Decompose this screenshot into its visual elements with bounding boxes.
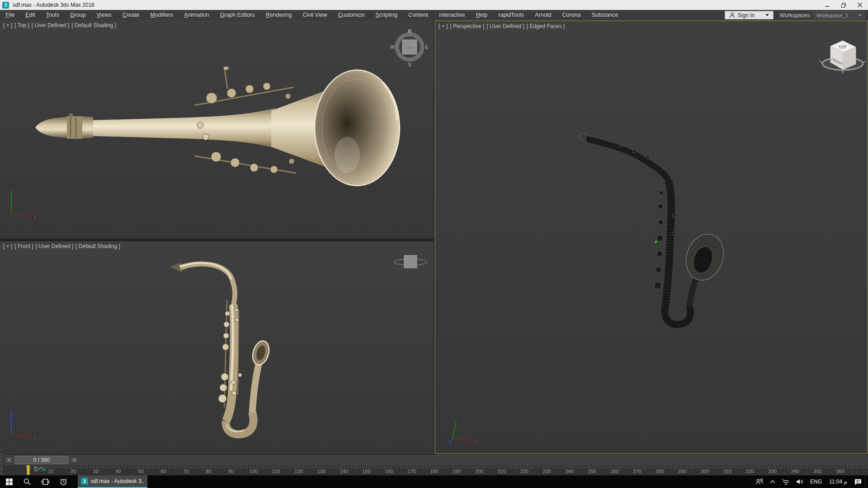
time-slider-handle[interactable] bbox=[27, 465, 30, 475]
network-button[interactable]: * bbox=[778, 475, 793, 488]
windows-taskbar: 3 sdf.max - Autodesk 3... bbox=[0, 475, 868, 488]
viewcube[interactable] bbox=[392, 249, 429, 273]
ruler-label: 290 bbox=[678, 469, 686, 474]
restore-button[interactable] bbox=[835, 0, 852, 10]
sign-in-button[interactable]: Sign In bbox=[725, 11, 774, 19]
ruler-label: 10 bbox=[48, 469, 53, 474]
ruler-label: 240 bbox=[565, 469, 573, 474]
alarms-clock-button[interactable] bbox=[54, 475, 72, 488]
viewport-menu-camera[interactable]: [ User Defined ] bbox=[36, 243, 73, 249]
ruler-label: 300 bbox=[701, 469, 709, 474]
viewcube-top-face[interactable]: TOP bbox=[406, 46, 413, 49]
search-button[interactable] bbox=[18, 475, 36, 488]
clock-indicator[interactable]: 11:04 م bbox=[825, 475, 851, 488]
menu-bar: FileEditToolsGroupViewsCreateModifiersAn… bbox=[0, 10, 868, 20]
viewport-menu-general[interactable]: [ + ] bbox=[3, 22, 12, 28]
taskbar-app-label: sdf.max - Autodesk 3... bbox=[91, 478, 144, 484]
viewport-menu-shading[interactable]: [ Default Shading ] bbox=[75, 243, 120, 249]
language-indicator[interactable]: ENG bbox=[807, 475, 825, 488]
ruler-label: 100 bbox=[250, 469, 258, 474]
viewport-menu-general[interactable]: [ + ] bbox=[439, 23, 448, 29]
taskbar-app-3dsmax[interactable]: 3 sdf.max - Autodesk 3... bbox=[78, 475, 147, 488]
menu-item-help[interactable]: Help bbox=[471, 10, 493, 20]
viewport-front[interactable]: [ + ] [ Front ] [ User Defined ] [ Defau… bbox=[0, 241, 434, 454]
saxophone-model-top-view bbox=[0, 20, 434, 239]
start-button[interactable] bbox=[0, 475, 18, 488]
workspace-value: Workspace_1 bbox=[816, 13, 848, 18]
menu-item-graph-editors[interactable]: Graph Editors bbox=[215, 10, 260, 20]
app-icon: 3 bbox=[2, 2, 9, 9]
viewcube[interactable]: TOP FRONT bbox=[817, 28, 868, 78]
frame-counter[interactable]: 0 / 360 bbox=[14, 456, 69, 464]
menu-item-file[interactable]: File bbox=[0, 10, 20, 20]
menu-item-civil-view[interactable]: Civil View bbox=[297, 10, 332, 20]
menu-item-tools[interactable]: Tools bbox=[41, 10, 65, 20]
menu-item-animation[interactable]: Animation bbox=[179, 10, 215, 20]
show-desktop-button[interactable] bbox=[865, 475, 868, 488]
menu-item-rendering[interactable]: Rendering bbox=[260, 10, 297, 20]
viewport-menu-pov[interactable]: [ Perspective ] bbox=[450, 23, 484, 29]
viewcube[interactable]: N S W E TOP bbox=[389, 26, 430, 68]
saxophone-model-wireframe bbox=[435, 21, 867, 453]
menu-item-rapidtools[interactable]: rapidTools bbox=[493, 10, 529, 20]
viewport-menu-pov[interactable]: [ Front ] bbox=[14, 243, 33, 249]
viewport-menu-pov[interactable]: [ Top ] bbox=[14, 22, 29, 28]
ruler-label: 330 bbox=[769, 469, 777, 474]
mini-curve-editor-icon[interactable] bbox=[33, 466, 45, 473]
menu-item-substance[interactable]: Substance bbox=[586, 10, 623, 20]
menu-item-scripting[interactable]: Scripting bbox=[370, 10, 403, 20]
ruler-label: 220 bbox=[520, 469, 528, 474]
viewport-menu-general[interactable]: [ + ] bbox=[3, 243, 12, 249]
svg-text:*: * bbox=[782, 479, 783, 482]
menu-item-group[interactable]: Group bbox=[65, 10, 91, 20]
search-icon bbox=[24, 478, 31, 485]
menu-item-interactive[interactable]: Interactive bbox=[434, 10, 471, 20]
ruler-label: 260 bbox=[610, 469, 618, 474]
close-button[interactable] bbox=[852, 0, 868, 10]
next-frame-button[interactable]: > bbox=[70, 456, 78, 464]
workspaces-label: Workspaces: bbox=[780, 12, 811, 19]
viewcube-west[interactable]: W bbox=[390, 44, 395, 50]
tray-overflow-button[interactable] bbox=[767, 475, 778, 488]
chevron-up-icon bbox=[770, 480, 775, 483]
menu-item-corona[interactable]: Corona bbox=[557, 10, 586, 20]
viewport-menu-shading[interactable]: [ Edged Faces ] bbox=[527, 23, 565, 29]
menu-item-modifiers[interactable]: Modifiers bbox=[145, 10, 179, 20]
ruler-label: 200 bbox=[475, 469, 483, 474]
people-button[interactable] bbox=[752, 475, 767, 488]
track-bar[interactable]: 0102030405060708090100110120130140150160… bbox=[0, 465, 868, 475]
menu-item-edit[interactable]: Edit bbox=[20, 10, 41, 20]
toolbar-grip[interactable] bbox=[0, 454, 4, 475]
ruler-label: 170 bbox=[407, 469, 415, 474]
ruler-label: 110 bbox=[272, 469, 280, 474]
action-center-button[interactable] bbox=[851, 475, 865, 488]
ruler-label: 310 bbox=[723, 469, 731, 474]
viewcube-east[interactable]: E bbox=[425, 44, 428, 50]
workspaces-select[interactable]: Workspace_1 bbox=[814, 11, 864, 19]
menu-item-customize[interactable]: Customize bbox=[332, 10, 370, 20]
viewport-menu-shading[interactable]: [ Default Shading ] bbox=[71, 22, 116, 28]
axis-tripod-icon: x bbox=[5, 407, 41, 446]
menu-item-arnold[interactable]: Arnold bbox=[529, 10, 557, 20]
menu-item-create[interactable]: Create bbox=[117, 10, 145, 20]
title-bar: 3 sdf.max - Autodesk 3ds Max 2018 bbox=[0, 0, 868, 10]
timeline-ruler-ticks[interactable] bbox=[26, 465, 868, 469]
previous-frame-button[interactable]: < bbox=[5, 456, 13, 464]
ruler-label: 230 bbox=[543, 469, 551, 474]
viewport-front-label: [ + ] [ Front ] [ User Defined ] [ Defau… bbox=[3, 243, 120, 249]
viewport-perspective[interactable]: [ + ] [ Perspective ] [ User Defined ] [… bbox=[434, 20, 868, 454]
viewport-menu-camera[interactable]: [ User Defined ] bbox=[486, 23, 524, 29]
ruler-label: 30 bbox=[93, 469, 99, 474]
viewcube-south[interactable]: S bbox=[408, 62, 411, 67]
volume-button[interactable] bbox=[793, 475, 807, 488]
ruler-label: 210 bbox=[498, 469, 506, 474]
viewcube-north[interactable]: N bbox=[408, 28, 411, 34]
ruler-label: 360 bbox=[836, 469, 844, 474]
menu-item-content[interactable]: Content bbox=[403, 10, 434, 20]
viewport-menu-camera[interactable]: [ User Defined ] bbox=[32, 22, 69, 28]
menu-item-views[interactable]: Views bbox=[91, 10, 117, 20]
minimize-button[interactable] bbox=[819, 0, 835, 10]
viewport-top[interactable]: [ + ] [ Top ] [ User Defined ] [ Default… bbox=[0, 20, 434, 239]
task-view-button[interactable] bbox=[36, 475, 54, 488]
ruler-label: 130 bbox=[317, 469, 326, 474]
